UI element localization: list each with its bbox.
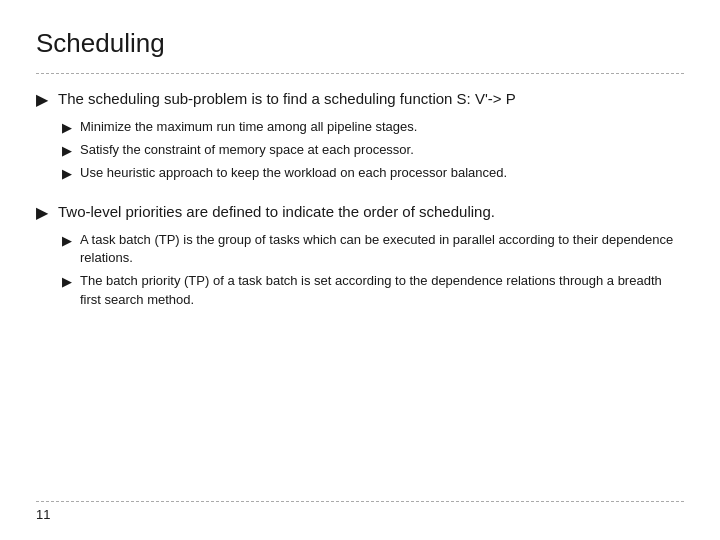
bottom-divider: [36, 501, 684, 502]
main-bullet-1-content: The scheduling sub-problem is to find a …: [58, 88, 684, 187]
top-divider: [36, 73, 684, 74]
main-bullet-2: ▶ Two-level priorities are defined to in…: [36, 201, 684, 314]
sub-bullet-2-1-text: A task batch (TP) is the group of tasks …: [80, 231, 684, 267]
sub-bullets-2: ▶ A task batch (TP) is the group of task…: [62, 231, 684, 309]
sub-arrow-1-2: ▶: [62, 143, 72, 159]
sub-bullet-1-2: ▶ Satisfy the constraint of memory space…: [62, 141, 684, 159]
main-bullet-1: ▶ The scheduling sub-problem is to find …: [36, 88, 684, 187]
sub-bullet-1-1: ▶ Minimize the maximum run time among al…: [62, 118, 684, 136]
sub-bullet-2-2: ▶ The batch priority (TP) of a task batc…: [62, 272, 684, 308]
sub-bullets-1: ▶ Minimize the maximum run time among al…: [62, 118, 684, 183]
main-arrow-2: ▶: [36, 203, 48, 222]
main-bullet-1-text: The scheduling sub-problem is to find a …: [58, 88, 684, 110]
main-arrow-1: ▶: [36, 90, 48, 109]
slide-title: Scheduling: [36, 28, 684, 59]
sub-bullet-2-2-text: The batch priority (TP) of a task batch …: [80, 272, 684, 308]
sub-arrow-1-3: ▶: [62, 166, 72, 182]
sub-bullet-1-1-text: Minimize the maximum run time among all …: [80, 118, 417, 136]
sub-bullet-1-2-text: Satisfy the constraint of memory space a…: [80, 141, 414, 159]
main-bullet-2-text: Two-level priorities are defined to indi…: [58, 201, 684, 223]
sub-arrow-1-1: ▶: [62, 120, 72, 136]
main-bullet-2-content: Two-level priorities are defined to indi…: [58, 201, 684, 314]
page-number: 11: [36, 507, 50, 522]
sub-arrow-2-1: ▶: [62, 233, 72, 249]
sub-bullet-1-3: ▶ Use heuristic approach to keep the wor…: [62, 164, 684, 182]
sub-bullet-2-1: ▶ A task batch (TP) is the group of task…: [62, 231, 684, 267]
slide: Scheduling ▶ The scheduling sub-problem …: [0, 0, 720, 540]
sub-bullet-1-3-text: Use heuristic approach to keep the workl…: [80, 164, 507, 182]
sub-arrow-2-2: ▶: [62, 274, 72, 290]
